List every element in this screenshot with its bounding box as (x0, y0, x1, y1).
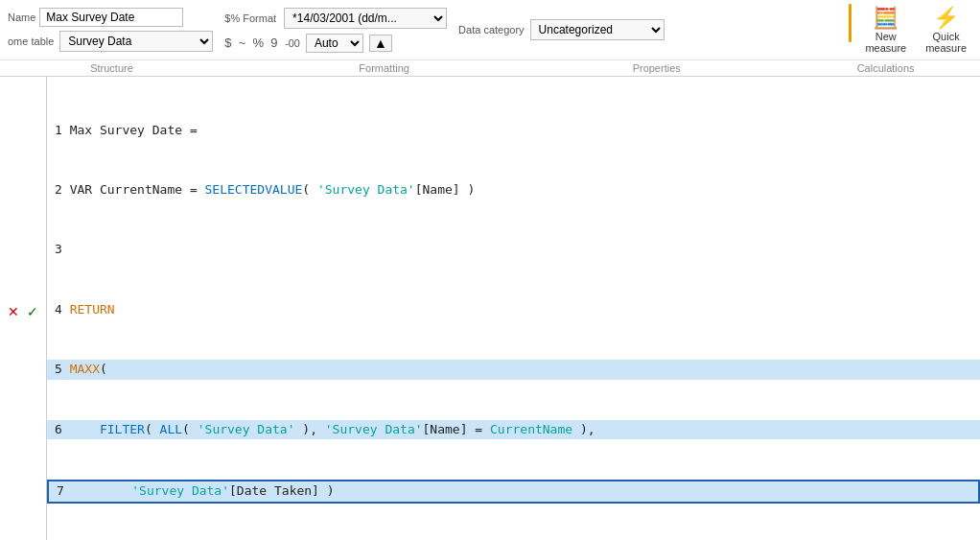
formula-bar: ✕ ✓ 1 Max Survey Date = 2 VAR CurrentNam… (0, 77, 980, 540)
home-table-select[interactable]: Survey Data (59, 31, 213, 52)
line-num-1: 1 (55, 123, 70, 137)
formula-line-1-text: Max Survey Date = (70, 123, 198, 137)
formula-line-7: 7 'Survey Data'[Date Taken] ) (47, 480, 980, 504)
name-label: Name (8, 12, 35, 23)
formula-line-4: 4 RETURN (55, 300, 972, 320)
field-name-group: Name ome table Survey Data (8, 8, 213, 52)
new-measure-icon: 🧮 (873, 6, 898, 31)
field-name-input[interactable] (39, 8, 183, 27)
accent-bar (849, 4, 852, 42)
new-measure-label: Newmeasure (865, 31, 906, 54)
new-measure-button[interactable]: 🧮 Newmeasure (859, 4, 912, 56)
home-table-label: ome table (8, 35, 54, 47)
formula-confirm-button[interactable]: ✓ (25, 304, 40, 319)
ribbon: Name ome table Survey Data $% Format *14… (0, 0, 980, 77)
structure-label: Structure (8, 62, 216, 74)
calculations-label: Calculations (799, 62, 972, 74)
ribbon-section-labels: Structure Formatting Properties Calculat… (0, 60, 980, 76)
formula-line-3: 3 (55, 240, 972, 260)
increment-btn[interactable]: ▲ (369, 35, 392, 52)
formula-controls: ✕ ✓ (0, 77, 47, 540)
formula-line-5: 5 MAXX( (47, 360, 980, 380)
ribbon-top: Name ome table Survey Data $% Format *14… (0, 0, 980, 60)
data-category-group: Data category Uncategorized (458, 19, 664, 40)
formula-cancel-button[interactable]: ✕ (6, 304, 21, 319)
data-category-select[interactable]: Uncategorized (530, 19, 665, 40)
line-num-2: 2 (55, 182, 70, 197)
quick-measure-label: Quickmeasure (925, 31, 967, 54)
formula-line-2: 2 VAR CurrentName = SELECTEDVALUE( 'Surv… (55, 180, 972, 200)
formula-editor[interactable]: 1 Max Survey Date = 2 VAR CurrentName = … (47, 77, 980, 540)
quick-measure-icon: ⚡ (933, 6, 959, 31)
formatting-label: Formatting (254, 62, 514, 74)
quick-measure-button[interactable]: ⚡ Quickmeasure (920, 4, 972, 56)
format-group: $% Format *14/03/2001 (dd/m... $ ~ % 9 -… (224, 8, 447, 53)
properties-label: Properties (552, 62, 760, 74)
formula-line-6: 6 FILTER( ALL( 'Survey Data' ), 'Survey … (47, 420, 980, 440)
format-select[interactable]: *14/03/2001 (dd/m... (284, 8, 447, 29)
format-label: $% Format (224, 12, 276, 24)
format-symbols: $ ~ % 9 -00 (224, 35, 300, 50)
formula-line-1: 1 Max Survey Date = (55, 121, 972, 141)
calculations-group: 🧮 Newmeasure ⚡ Quickmeasure (849, 4, 972, 56)
auto-select[interactable]: Auto (306, 34, 363, 53)
data-category-label: Data category (458, 24, 524, 35)
